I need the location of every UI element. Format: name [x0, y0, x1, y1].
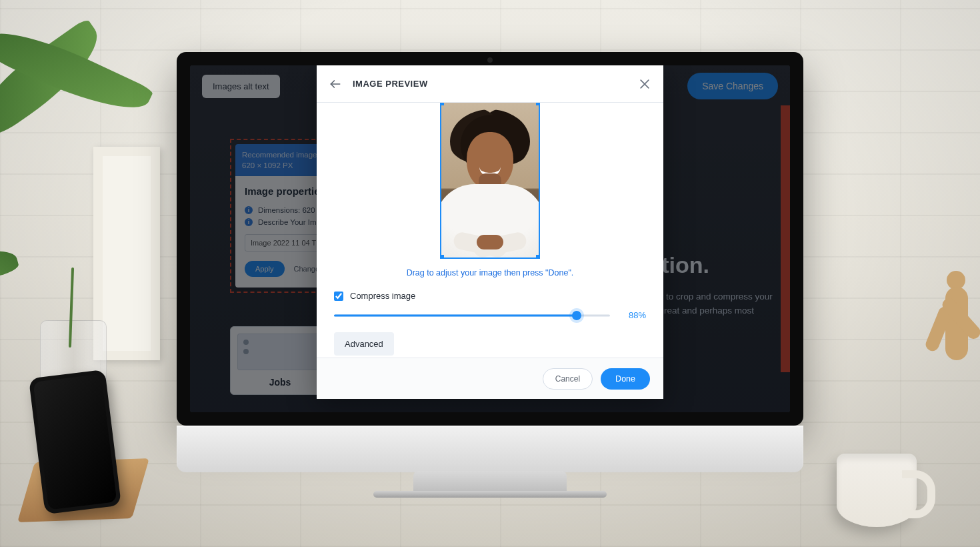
compress-image-label: Compress image	[350, 291, 415, 301]
imac-stand	[413, 471, 567, 494]
modal-footer: Cancel Done	[317, 358, 663, 399]
coffee-mug	[837, 454, 917, 527]
smartphone	[29, 370, 121, 514]
compress-slider[interactable]	[334, 311, 610, 320]
slider-fill	[334, 314, 577, 316]
crop-handle-bl[interactable]	[440, 255, 444, 259]
modal-title: IMAGE PREVIEW	[353, 79, 428, 89]
crop-handle-br[interactable]	[536, 255, 540, 259]
cancel-button[interactable]: Cancel	[543, 368, 593, 390]
compress-image-row[interactable]: Compress image	[334, 291, 646, 301]
imac-chin	[177, 426, 803, 472]
drag-hint: Drag to adjust your image then press "Do…	[334, 268, 646, 278]
advanced-button[interactable]: Advanced	[334, 332, 394, 356]
image-preview-modal: IMAGE PREVIEW	[317, 65, 663, 399]
slider-percent: 88%	[622, 310, 646, 320]
crop-handle-tr[interactable]	[536, 103, 540, 105]
crop-handle-tl[interactable]	[440, 103, 444, 105]
compress-image-checkbox[interactable]	[334, 292, 343, 301]
slider-thumb[interactable]	[572, 311, 581, 320]
webcam-dot	[487, 57, 493, 63]
modal-header: IMAGE PREVIEW	[317, 65, 663, 103]
image-crop-frame[interactable]	[440, 103, 540, 259]
imac: Images alt text Save Changes Recommended…	[177, 52, 803, 492]
back-arrow-icon[interactable]	[329, 77, 342, 91]
close-icon[interactable]	[638, 77, 651, 91]
done-button[interactable]: Done	[601, 368, 650, 390]
